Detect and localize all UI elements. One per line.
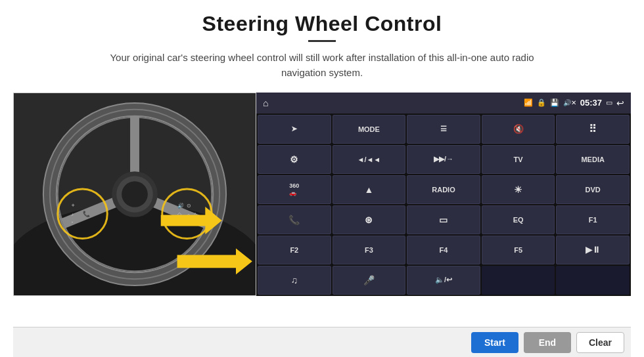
svg-text:+: + <box>72 201 75 208</box>
btn-music[interactable]: ♫ <box>258 266 331 295</box>
btn-settings[interactable]: ⚙ <box>258 145 331 174</box>
page-title: Steering Wheel Control <box>202 12 442 36</box>
svg-text:♪: ♪ <box>72 211 74 216</box>
status-bar-right: 📶 🔒 💾 🔊✕ 05:37 ▭ ↩ <box>524 98 624 108</box>
btn-f1[interactable]: F1 <box>556 205 630 234</box>
btn-navigate[interactable]: ➤ <box>258 115 331 144</box>
btn-f3[interactable]: F3 <box>333 236 406 264</box>
time-display: 05:37 <box>580 98 602 108</box>
btn-mode[interactable]: MODE <box>333 115 406 144</box>
status-bar: ⌂ 📶 🔒 💾 🔊✕ 05:37 ▭ ↩ <box>256 93 631 114</box>
btn-mute[interactable]: 🔇 <box>482 115 555 144</box>
svg-text:-: - <box>72 218 74 224</box>
bottom-action-bar: Start End Clear <box>13 327 631 357</box>
btn-empty1 <box>482 266 555 295</box>
btn-phone[interactable]: 📞 <box>258 205 331 234</box>
wheel-image: + ♪ - 📞 🔊 ◇ ⊙ ◇ △ <box>13 93 256 296</box>
btn-list[interactable]: ☰ <box>407 115 480 144</box>
btn-playpause[interactable]: ▶⏸ <box>556 236 630 264</box>
btn-f4[interactable]: F4 <box>407 236 480 264</box>
head-unit: ⌂ 📶 🔒 💾 🔊✕ 05:37 ▭ ↩ ➤ MODE ☰ 🔇 <box>256 93 631 296</box>
btn-screen[interactable]: ▭ <box>407 205 480 234</box>
btn-eject[interactable]: ▲ <box>333 175 406 204</box>
svg-point-11 <box>122 181 148 207</box>
page-container: Steering Wheel Control Your original car… <box>0 0 644 357</box>
home-icon[interactable]: ⌂ <box>263 98 268 108</box>
btn-eq[interactable]: EQ <box>482 205 555 234</box>
lock-icon: 🔒 <box>537 98 546 107</box>
btn-next[interactable]: ▶▶/→ <box>407 145 480 174</box>
screen-icon: ▭ <box>606 98 612 107</box>
svg-text:🔊: 🔊 <box>177 201 184 208</box>
btn-tv[interactable]: TV <box>482 145 555 174</box>
btn-mic[interactable]: 🎤 <box>333 266 406 295</box>
btn-dvd[interactable]: DVD <box>556 175 630 204</box>
page-subtitle: Your original car's steering wheel contr… <box>99 50 545 81</box>
btn-360[interactable]: 360🚗 <box>258 175 331 204</box>
start-button[interactable]: Start <box>471 332 518 353</box>
sd-icon: 💾 <box>550 98 559 107</box>
end-button[interactable]: End <box>524 332 571 353</box>
bt-icon: 🔊✕ <box>563 99 576 106</box>
svg-text:📞: 📞 <box>83 209 91 217</box>
clear-button[interactable]: Clear <box>576 332 624 353</box>
content-area: + ♪ - 📞 🔊 ◇ ⊙ ◇ △ ⌂ <box>13 93 631 296</box>
back-icon[interactable]: ↩ <box>616 98 624 108</box>
btn-volphone[interactable]: 🔈/↩ <box>407 266 480 295</box>
btn-f5[interactable]: F5 <box>482 236 555 264</box>
btn-prev[interactable]: ◄/◄◄ <box>333 145 406 174</box>
title-divider <box>308 40 336 42</box>
status-bar-left: ⌂ <box>263 98 268 108</box>
btn-apps[interactable]: ⠿ <box>556 115 630 144</box>
svg-text:⊙: ⊙ <box>187 202 191 208</box>
btn-empty2 <box>556 266 630 295</box>
btn-media[interactable]: MEDIA <box>556 145 630 174</box>
btn-navi[interactable]: ⊛ <box>333 205 406 234</box>
btn-f2[interactable]: F2 <box>258 236 331 264</box>
wifi-icon: 📶 <box>524 98 533 107</box>
btn-radio[interactable]: RADIO <box>407 175 480 204</box>
btn-brightness[interactable]: ☀ <box>482 175 555 204</box>
button-grid: ➤ MODE ☰ 🔇 ⠿ ⚙ ◄/◄◄ ▶▶/→ TV MEDIA 360🚗 ▲… <box>256 114 631 296</box>
